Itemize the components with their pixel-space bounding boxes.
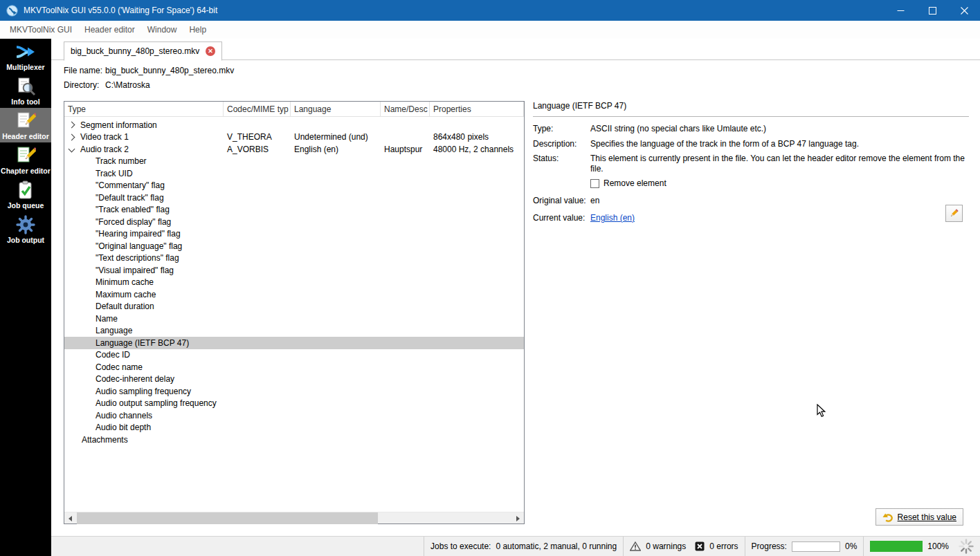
tree-row-default-duration[interactable]: Default duration [64, 301, 524, 313]
cell-language [291, 216, 381, 228]
tree-row-audio-channels[interactable]: Audio channels [64, 409, 524, 422]
tree-row-codec-inherent-delay[interactable]: Codec-inherent delay [64, 373, 524, 386]
menu-header-editor[interactable]: Header editor [78, 21, 141, 39]
tree-row-label: "Track enabled" flag [96, 205, 170, 214]
tree-row-track-number[interactable]: Track number [64, 156, 524, 168]
tree-row-label: Minimum cache [96, 277, 154, 287]
sidebar-item-job-output[interactable]: Job output [0, 212, 51, 246]
sidebar-item-info-tool[interactable]: Info tool [0, 73, 51, 108]
tab-close-icon[interactable]: ✕ [206, 46, 215, 56]
tree-row-audio-output-sampling-frequency[interactable]: Audio output sampling frequency [64, 398, 524, 410]
menu-help[interactable]: Help [183, 21, 212, 39]
tree-row-language[interactable]: Language [64, 325, 524, 337]
cell-properties [430, 398, 524, 410]
tree-row-track-uid[interactable]: Track UID [64, 167, 524, 180]
reset-value-button[interactable]: Reset this value [875, 508, 963, 526]
tree-row-video-track-1[interactable]: Video track 1V_THEORAUndetermined (und)8… [64, 131, 524, 144]
cell-language [291, 385, 381, 398]
tree-row-name[interactable]: Name [64, 313, 524, 325]
errors-count: 0 errors [709, 541, 738, 551]
pencil-icon [949, 208, 959, 219]
window-title: MKVToolNix GUI v55.0.0 ('Waiting For Spa… [24, 6, 217, 15]
menu-window[interactable]: Window [141, 21, 183, 39]
tree-row-attachments[interactable]: Attachments [64, 434, 524, 446]
description-label: Description: [533, 139, 590, 149]
warnings-errors-status: 0 warnings 0 errors [624, 541, 744, 551]
file-tab[interactable]: big_buck_bunny_480p_stereo.mkv ✕ [64, 41, 222, 61]
remove-element-checkbox[interactable]: Remove element [590, 178, 969, 189]
tree-row-visual-impaired-flag[interactable]: "Visual impaired" flag [64, 264, 524, 277]
sidebar-item-label: Chapter editor [1, 167, 51, 175]
cell-properties [430, 349, 524, 362]
tree-row-maximum-cache[interactable]: Maximum cache [64, 288, 524, 301]
cell-language [291, 192, 381, 204]
cell-properties [430, 240, 524, 252]
cell-properties [430, 409, 524, 422]
cell-name [381, 422, 430, 434]
chevron-down-icon[interactable] [69, 146, 75, 153]
cell-codec [224, 349, 291, 362]
tree-row-label: Codec-inherent delay [96, 374, 174, 384]
tree-row-hearing-impaired-flag[interactable]: "Hearing impaired" flag [64, 228, 524, 241]
close-button[interactable] [948, 0, 980, 21]
column-header-name-desc[interactable]: Name/Desc [381, 102, 430, 116]
cell-properties [430, 156, 524, 168]
tree-row-forced-display-flag[interactable]: "Forced display" flag [64, 216, 524, 228]
progress-bar [792, 541, 840, 552]
tree-row-label: Audio output sampling frequency [96, 398, 217, 408]
edit-value-button[interactable] [945, 205, 963, 222]
column-header-codec-mime-typ[interactable]: Codec/MIME typ [224, 102, 291, 116]
cell-properties [430, 385, 524, 398]
menu-mkvtoolnix-gui[interactable]: MKVToolNix GUI [3, 21, 78, 39]
chapter-editor-pencil-icon [15, 145, 36, 166]
column-header-language[interactable]: Language [291, 102, 381, 116]
type-value: ASCII string (no special chars like Umla… [590, 124, 969, 134]
tree-row-commentary-flag[interactable]: "Commentary" flag [64, 180, 524, 192]
tree-row-default-track-flag[interactable]: "Default track" flag [64, 192, 524, 204]
tool-sidebar: MultiplexerInfo toolHeader editorChapter… [0, 39, 51, 556]
tree-row-codec-name[interactable]: Codec name [64, 361, 524, 373]
scroll-left-arrow-icon[interactable] [64, 512, 76, 524]
tab-bar: big_buck_bunny_480p_stereo.mkv ✕ [51, 39, 980, 60]
tree-row-text-descriptions-flag[interactable]: "Text descriptions" flag [64, 252, 524, 265]
tree-row-track-enabled-flag[interactable]: "Track enabled" flag [64, 204, 524, 216]
tree-header: TypeCodec/MIME typLanguageName/DescPrope… [64, 102, 524, 117]
cell-language [291, 288, 381, 301]
tree-row-audio-sampling-frequency[interactable]: Audio sampling frequency [64, 385, 524, 398]
scroll-right-arrow-icon[interactable] [512, 512, 524, 524]
checkbox-icon[interactable] [590, 179, 599, 188]
tree-row-codec-id[interactable]: Codec ID [64, 349, 524, 362]
tree-row-language-ietf-bcp-47[interactable]: Language (IETF BCP 47) [64, 337, 524, 349]
cell-properties [430, 264, 524, 277]
total-progress-bar [870, 541, 923, 552]
cell-codec [224, 216, 291, 228]
column-header-type[interactable]: Type [64, 102, 224, 116]
tree-rows: Segment informationVideo track 1V_THEORA… [64, 117, 524, 512]
chevron-right-icon[interactable] [69, 122, 75, 129]
maximize-button[interactable] [916, 0, 948, 21]
scrollbar-thumb[interactable] [77, 512, 378, 524]
tree-row-segment-information[interactable]: Segment information [64, 119, 524, 131]
description-value: Specifies the language of the track in t… [590, 139, 969, 149]
column-header-properties[interactable]: Properties [430, 102, 524, 116]
tree-row-original-language-flag[interactable]: "Original language" flag [64, 240, 524, 252]
tree-row-audio-track-2[interactable]: Audio track 2A_VORBISEnglish (en)Hauptsp… [64, 143, 524, 156]
tree-row-minimum-cache[interactable]: Minimum cache [64, 277, 524, 289]
chevron-right-icon[interactable] [69, 133, 75, 140]
directory-label: Directory: [64, 80, 105, 90]
current-value-link[interactable]: English (en) [590, 213, 635, 223]
sidebar-item-multiplexer[interactable]: Multiplexer [0, 39, 51, 73]
minimize-button[interactable] [884, 0, 916, 21]
sidebar-item-chapter-editor[interactable]: Chapter editor [0, 142, 51, 177]
tree-row-label: Audio bit depth [96, 423, 151, 432]
cell-language [291, 422, 381, 434]
sidebar-item-header-editor[interactable]: Header editor [0, 108, 51, 142]
horizontal-scrollbar[interactable] [64, 512, 524, 523]
sidebar-item-job-queue[interactable]: Job queue [0, 177, 51, 212]
cell-codec [224, 313, 291, 325]
cell-name [381, 373, 430, 386]
cell-properties [430, 228, 524, 241]
job-queue-checklist-icon [15, 180, 36, 201]
cell-properties [430, 422, 524, 434]
tree-row-audio-bit-depth[interactable]: Audio bit depth [64, 422, 524, 434]
